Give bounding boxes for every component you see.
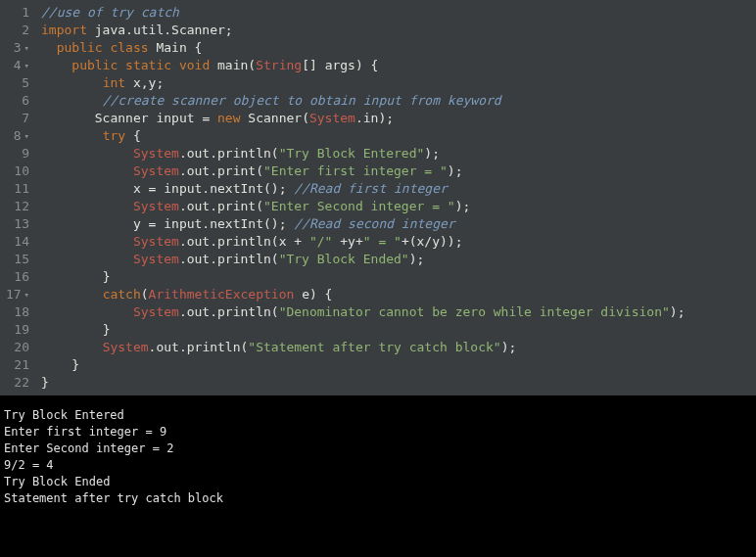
code-line: } bbox=[37, 321, 756, 339]
code-line: System.out.println("Denominator cannot b… bbox=[37, 303, 756, 321]
line-number: 21 bbox=[4, 356, 29, 374]
code-line: System.out.println("Try Block Ended"); bbox=[37, 251, 756, 268]
line-number: 8▾ bbox=[4, 127, 29, 145]
fold-icon[interactable]: ▾ bbox=[24, 286, 29, 303]
code-line: System.out.println("Statement after try … bbox=[37, 339, 756, 356]
line-number: 14 bbox=[4, 233, 29, 251]
line-number: 5 bbox=[4, 74, 29, 92]
line-number: 15 bbox=[4, 251, 29, 268]
fold-icon[interactable]: ▾ bbox=[24, 39, 29, 57]
code-line: import java.util.Scanner; bbox=[37, 22, 756, 39]
line-number: 1 bbox=[4, 4, 29, 22]
terminal-line: Enter Second integer = 2 bbox=[4, 441, 173, 455]
code-line: catch(ArithmeticException e) { bbox=[37, 286, 756, 303]
line-number: 9 bbox=[4, 145, 29, 162]
line-number: 10 bbox=[4, 162, 29, 180]
line-number: 17▾ bbox=[4, 286, 29, 303]
line-number: 4▾ bbox=[4, 57, 29, 74]
code-line: public static void main(String[] args) { bbox=[37, 57, 756, 74]
code-line: y = input.nextInt(); //Read second integ… bbox=[37, 215, 756, 233]
code-line: //use of try catch bbox=[37, 4, 756, 22]
code-line: } bbox=[37, 268, 756, 286]
fold-icon[interactable]: ▾ bbox=[24, 127, 29, 145]
code-line: System.out.println("Try Block Entered"); bbox=[37, 145, 756, 162]
code-line: try { bbox=[37, 127, 756, 145]
code-line: Scanner input = new Scanner(System.in); bbox=[37, 110, 756, 127]
fold-icon[interactable]: ▾ bbox=[24, 57, 29, 74]
terminal-line: Try Block Ended bbox=[4, 475, 110, 488]
line-number: 7 bbox=[4, 110, 29, 127]
code-line: //create scanner object to obtain input … bbox=[37, 92, 756, 110]
code-line: System.out.println(x + "/" +y+" = "+(x/y… bbox=[37, 233, 756, 251]
line-number: 18 bbox=[4, 303, 29, 321]
code-line: System.out.print("Enter first integer = … bbox=[37, 162, 756, 180]
line-number: 2 bbox=[4, 22, 29, 39]
code-line: } bbox=[37, 374, 756, 392]
terminal-line: 9/2 = 4 bbox=[4, 458, 54, 472]
terminal-line: Try Block Entered bbox=[4, 408, 124, 422]
code-line: x = input.nextInt(); //Read first intege… bbox=[37, 180, 756, 198]
line-number: 22 bbox=[4, 374, 29, 392]
code-area[interactable]: //use of try catch import java.util.Scan… bbox=[37, 0, 756, 395]
terminal-line: Statement after try catch block bbox=[4, 491, 223, 505]
line-number: 3▾ bbox=[4, 39, 29, 57]
line-number-gutter: 1 2 3▾ 4▾ 5 6 7 8▾ 9 10 11 12 13 14 15 1… bbox=[0, 0, 37, 395]
line-number: 11 bbox=[4, 180, 29, 198]
line-number: 16 bbox=[4, 268, 29, 286]
terminal-line: Enter first integer = 9 bbox=[4, 425, 166, 439]
line-number: 6 bbox=[4, 92, 29, 110]
code-editor: 1 2 3▾ 4▾ 5 6 7 8▾ 9 10 11 12 13 14 15 1… bbox=[0, 0, 756, 395]
terminal-output: Try Block Entered Enter first integer = … bbox=[0, 395, 756, 519]
code-line: int x,y; bbox=[37, 74, 756, 92]
line-number: 13 bbox=[4, 215, 29, 233]
code-line: public class Main { bbox=[37, 39, 756, 57]
code-line: System.out.print("Enter Second integer =… bbox=[37, 198, 756, 215]
line-number: 20 bbox=[4, 339, 29, 356]
code-line: } bbox=[37, 356, 756, 374]
line-number: 12 bbox=[4, 198, 29, 215]
line-number: 19 bbox=[4, 321, 29, 339]
